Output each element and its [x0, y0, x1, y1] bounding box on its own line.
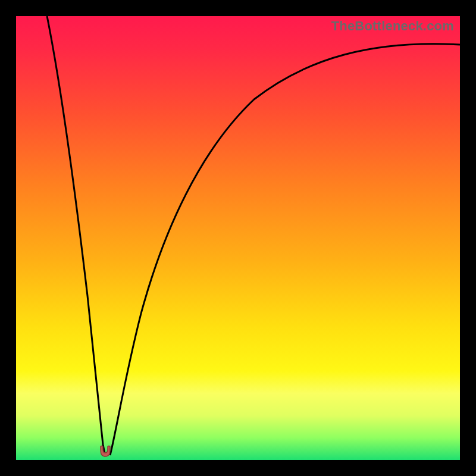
- plot-area: TheBottleneck.com: [16, 16, 460, 460]
- curve-right-branch: [110, 44, 460, 455]
- curve-left-branch: [47, 16, 105, 456]
- bottleneck-curve: [16, 16, 460, 460]
- frame: TheBottleneck.com: [0, 0, 476, 476]
